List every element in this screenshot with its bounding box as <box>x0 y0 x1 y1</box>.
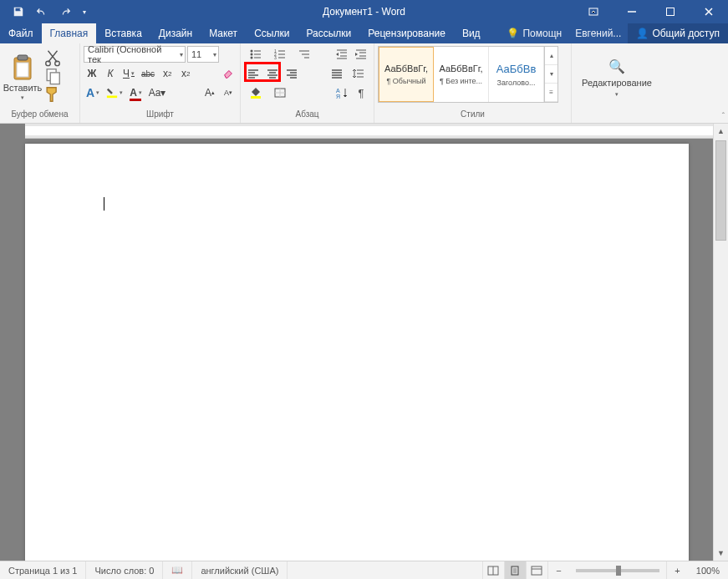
scroll-up-icon[interactable]: ▲ <box>714 124 728 139</box>
italic-button[interactable]: К <box>102 65 119 82</box>
copy-button[interactable] <box>43 68 62 84</box>
zoom-knob[interactable] <box>616 566 621 576</box>
subscript-button[interactable]: x2 <box>159 65 176 82</box>
group-label: Шрифт <box>84 109 237 123</box>
account-name[interactable]: Евгений... <box>568 23 628 43</box>
share-button[interactable]: 👤Общий доступ <box>628 23 728 43</box>
superscript-button[interactable]: x2 <box>177 65 194 82</box>
maximize-icon[interactable] <box>651 0 690 23</box>
bullets-button[interactable] <box>244 46 267 63</box>
svg-rect-22 <box>532 566 542 575</box>
tell-me[interactable]: 💡Помощн <box>500 23 568 43</box>
collapse-ribbon-icon[interactable]: ˆ <box>722 112 725 121</box>
show-marks-button[interactable]: ¶ <box>352 84 370 101</box>
editing-button[interactable]: 🔍 Редактирование ▾ <box>575 46 659 109</box>
line-spacing-icon <box>352 68 365 79</box>
share-icon: 👤 <box>636 28 649 39</box>
read-mode-icon <box>487 566 499 576</box>
styles-more[interactable]: ▴▾≡ <box>544 47 557 102</box>
clear-formatting-button[interactable] <box>220 65 237 82</box>
justify-button[interactable] <box>328 65 346 82</box>
cut-icon <box>43 48 62 67</box>
shading-button[interactable] <box>244 84 267 101</box>
tab-mailings[interactable]: Рассылки <box>298 23 359 43</box>
bullets-icon <box>249 48 262 60</box>
horizontal-ruler[interactable] <box>25 124 713 139</box>
font-color-button[interactable]: A <box>127 84 145 101</box>
vertical-scrollbar[interactable]: ▲ ▼ <box>713 124 728 561</box>
minimize-icon[interactable] <box>613 0 651 23</box>
grow-font-button[interactable]: A▴ <box>201 84 218 101</box>
text-effects-button[interactable]: A <box>84 84 102 101</box>
zoom-slider[interactable] <box>576 569 659 572</box>
decrease-indent-button[interactable] <box>333 46 351 63</box>
sort-button[interactable]: AЯ <box>333 84 351 101</box>
change-case-button[interactable]: Aa▾ <box>146 84 169 101</box>
underline-button[interactable]: Ч <box>120 65 137 82</box>
cut-button[interactable] <box>43 49 62 66</box>
ribbon-display-icon[interactable] <box>574 0 613 23</box>
page[interactable] <box>25 144 689 561</box>
format-painter-button[interactable] <box>43 86 62 103</box>
status-proofing[interactable]: 📖 <box>163 561 192 579</box>
quick-access-toolbar: ▾ <box>0 0 92 23</box>
document-background[interactable] <box>0 139 713 561</box>
find-icon: 🔍 <box>608 58 625 74</box>
svg-rect-1 <box>667 8 675 16</box>
shrink-font-button[interactable]: A▾ <box>220 84 237 101</box>
group-label: Стили <box>378 109 568 123</box>
tab-references[interactable]: Ссылки <box>246 23 298 43</box>
line-spacing-button[interactable] <box>347 65 370 82</box>
numbering-button[interactable]: 123 <box>268 46 292 63</box>
strikethrough-button[interactable]: abc <box>139 65 157 82</box>
undo-icon[interactable] <box>30 0 53 23</box>
view-print-button[interactable] <box>504 561 526 580</box>
style-normal[interactable]: АаБбВвГг, ¶ Обычный <box>379 47 434 102</box>
zoom-in-button[interactable]: + <box>666 561 688 580</box>
view-read-button[interactable] <box>482 561 504 580</box>
style-no-spacing[interactable]: АаБбВвГг, ¶ Без инте... <box>434 47 489 102</box>
tab-view[interactable]: Вид <box>454 23 489 43</box>
svg-rect-16 <box>251 96 261 99</box>
align-right-button[interactable] <box>283 65 301 82</box>
view-web-button[interactable] <box>526 561 547 580</box>
align-center-icon <box>266 68 279 79</box>
text-cursor <box>104 197 104 211</box>
tab-insert[interactable]: Вставка <box>96 23 150 43</box>
redo-icon[interactable] <box>53 0 77 23</box>
multilevel-list-button[interactable] <box>293 46 316 63</box>
save-icon[interactable] <box>7 0 30 23</box>
zoom-level[interactable]: 100% <box>688 566 728 576</box>
highlight-button[interactable] <box>104 84 125 101</box>
font-name-combo[interactable]: Calibri (Основной тек▾ <box>84 46 186 63</box>
scroll-down-icon[interactable]: ▼ <box>714 546 728 561</box>
qat-customize-icon[interactable]: ▾ <box>77 0 92 23</box>
tab-layout[interactable]: Макет <box>201 23 246 43</box>
group-label: Абзац <box>244 109 370 123</box>
increase-indent-button[interactable] <box>352 46 370 63</box>
tab-review[interactable]: Рецензирование <box>359 23 454 43</box>
close-icon[interactable] <box>690 0 728 23</box>
scroll-thumb[interactable] <box>715 140 726 241</box>
multilevel-icon <box>298 48 311 60</box>
svg-text:Я: Я <box>336 94 340 99</box>
svg-text:A: A <box>336 88 340 94</box>
svg-text:3: 3 <box>274 55 277 60</box>
tab-home[interactable]: Главная <box>42 23 97 43</box>
bold-button[interactable]: Ж <box>84 65 100 82</box>
borders-button[interactable] <box>268 84 292 101</box>
status-page[interactable]: Страница 1 из 1 <box>0 561 86 579</box>
status-words[interactable]: Число слов: 0 <box>86 561 163 579</box>
style-heading1[interactable]: АаБбВв Заголово... <box>489 47 544 102</box>
svg-rect-9 <box>107 96 117 99</box>
highlight-icon <box>106 87 118 99</box>
status-language[interactable]: английский (США) <box>192 561 288 579</box>
font-size-combo[interactable]: 11▾ <box>187 46 219 63</box>
print-layout-icon <box>509 566 521 576</box>
tab-design[interactable]: Дизайн <box>150 23 201 43</box>
align-center-button[interactable] <box>263 65 282 82</box>
paste-button[interactable]: Вставить ▾ <box>3 46 42 109</box>
zoom-out-button[interactable]: − <box>547 561 569 580</box>
align-left-button[interactable] <box>244 65 262 82</box>
tab-file[interactable]: Файл <box>0 23 42 43</box>
